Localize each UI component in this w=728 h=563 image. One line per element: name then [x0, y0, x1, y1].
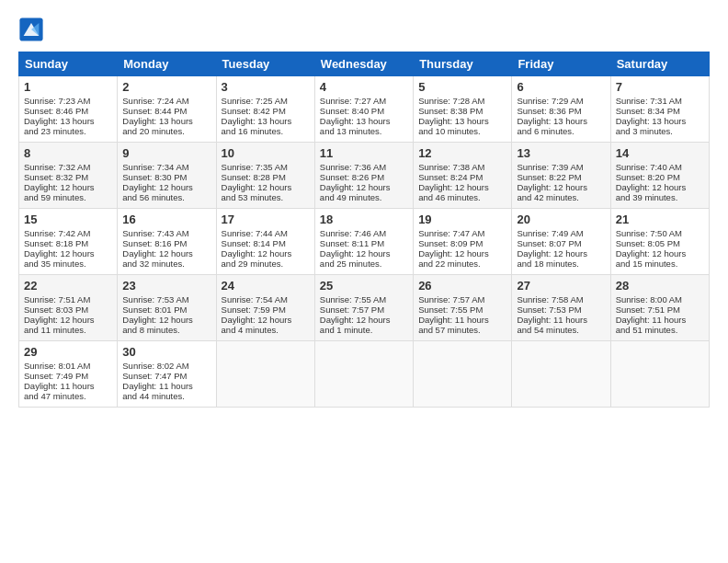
col-header-tuesday: Tuesday	[216, 52, 314, 76]
cell-info-line: Daylight: 12 hours	[222, 182, 310, 192]
cell-info-line: Sunset: 8:07 PM	[517, 238, 605, 248]
cell-info-line: Sunset: 8:30 PM	[122, 172, 210, 182]
cell-info-line: Sunset: 8:16 PM	[122, 238, 210, 248]
col-header-wednesday: Wednesday	[314, 52, 413, 76]
cell-info-line: and 39 minutes.	[616, 192, 704, 202]
cell-info-line: Daylight: 11 hours	[517, 315, 605, 325]
cell-info-line: Sunset: 8:05 PM	[616, 238, 704, 248]
cell-info-line: Sunset: 7:51 PM	[616, 304, 704, 315]
cell-info-line: Sunset: 8:01 PM	[122, 304, 210, 315]
cell-info-line: and 42 minutes.	[517, 192, 605, 202]
calendar-cell: 17Sunrise: 7:44 AMSunset: 8:14 PMDayligh…	[216, 209, 314, 275]
cell-info-line: Sunset: 8:44 PM	[122, 106, 210, 116]
day-number: 4	[320, 80, 408, 94]
cell-info-line: and 49 minutes.	[320, 192, 408, 202]
cell-info-line: and 1 minute.	[320, 325, 408, 335]
cell-info-line: Sunset: 8:22 PM	[517, 172, 605, 182]
cell-info-line: Sunrise: 8:02 AM	[122, 361, 210, 371]
cell-info-line: and 6 minutes.	[517, 126, 605, 136]
calendar-cell: 25Sunrise: 7:55 AMSunset: 7:57 PMDayligh…	[314, 275, 413, 341]
cell-info-line: and 18 minutes.	[517, 259, 605, 269]
day-number: 25	[320, 279, 408, 293]
cell-info-line: Daylight: 13 hours	[24, 116, 112, 126]
cell-info-line: Sunrise: 7:51 AM	[24, 294, 112, 304]
cell-info-line: Sunrise: 7:40 AM	[616, 162, 704, 172]
cell-info-line: Sunset: 8:18 PM	[24, 238, 112, 248]
calendar-cell: 21Sunrise: 7:50 AMSunset: 8:05 PMDayligh…	[610, 209, 709, 275]
day-number: 5	[418, 80, 506, 94]
day-number: 22	[24, 279, 112, 293]
cell-info-line: and 22 minutes.	[418, 259, 506, 269]
header	[18, 17, 710, 42]
day-number: 19	[418, 213, 506, 226]
day-number: 14	[616, 146, 704, 160]
calendar-table: SundayMondayTuesdayWednesdayThursdayFrid…	[18, 52, 710, 408]
day-number: 23	[122, 279, 210, 293]
day-number: 15	[24, 213, 112, 226]
calendar-cell: 1Sunrise: 7:23 AMSunset: 8:46 PMDaylight…	[19, 76, 118, 143]
col-header-monday: Monday	[118, 52, 216, 76]
calendar-cell: 27Sunrise: 7:58 AMSunset: 7:53 PMDayligh…	[512, 275, 610, 341]
cell-info-line: Sunrise: 7:34 AM	[122, 162, 210, 172]
cell-info-line: Sunrise: 7:28 AM	[418, 96, 506, 106]
calendar-cell: 28Sunrise: 8:00 AMSunset: 7:51 PMDayligh…	[610, 275, 709, 341]
day-number: 30	[122, 345, 210, 359]
day-number: 13	[517, 146, 605, 160]
cell-info-line: Sunset: 7:49 PM	[24, 371, 112, 381]
cell-info-line: Sunset: 8:11 PM	[320, 238, 408, 248]
cell-info-line: Sunrise: 7:47 AM	[418, 228, 506, 238]
cell-info-line: Daylight: 13 hours	[320, 116, 408, 126]
day-number: 9	[122, 146, 210, 160]
cell-info-line: Daylight: 12 hours	[616, 248, 704, 259]
day-number: 3	[222, 80, 310, 94]
calendar-cell: 8Sunrise: 7:32 AMSunset: 8:32 PMDaylight…	[19, 143, 118, 209]
cell-info-line: Daylight: 13 hours	[222, 116, 310, 126]
cell-info-line: Sunrise: 7:32 AM	[24, 162, 112, 172]
calendar-cell: 15Sunrise: 7:42 AMSunset: 8:18 PMDayligh…	[19, 209, 118, 275]
calendar-cell: 29Sunrise: 8:01 AMSunset: 7:49 PMDayligh…	[19, 341, 118, 408]
cell-info-line: Sunset: 7:47 PM	[122, 371, 210, 381]
cell-info-line: Sunset: 7:59 PM	[222, 304, 310, 315]
calendar-cell: 11Sunrise: 7:36 AMSunset: 8:26 PMDayligh…	[314, 143, 413, 209]
calendar-cell: 16Sunrise: 7:43 AMSunset: 8:16 PMDayligh…	[118, 209, 216, 275]
calendar-cell	[314, 341, 413, 408]
calendar-cell: 26Sunrise: 7:57 AMSunset: 7:55 PMDayligh…	[414, 275, 512, 341]
calendar-week-4: 22Sunrise: 7:51 AMSunset: 8:03 PMDayligh…	[19, 275, 710, 341]
calendar-cell: 19Sunrise: 7:47 AMSunset: 8:09 PMDayligh…	[414, 209, 512, 275]
calendar-cell: 2Sunrise: 7:24 AMSunset: 8:44 PMDaylight…	[118, 76, 216, 143]
calendar-cell: 20Sunrise: 7:49 AMSunset: 8:07 PMDayligh…	[512, 209, 610, 275]
cell-info-line: and 20 minutes.	[122, 126, 210, 136]
cell-info-line: Daylight: 13 hours	[517, 116, 605, 126]
cell-info-line: and 59 minutes.	[24, 192, 112, 202]
cell-info-line: and 51 minutes.	[616, 325, 704, 335]
calendar-cell: 13Sunrise: 7:39 AMSunset: 8:22 PMDayligh…	[512, 143, 610, 209]
cell-info-line: Sunrise: 7:55 AM	[320, 294, 408, 304]
cell-info-line: and 44 minutes.	[122, 391, 210, 401]
cell-info-line: Sunrise: 7:43 AM	[122, 228, 210, 238]
cell-info-line: Sunset: 8:34 PM	[616, 106, 704, 116]
day-number: 12	[418, 146, 506, 160]
cell-info-line: Sunset: 8:26 PM	[320, 172, 408, 182]
calendar-cell	[414, 341, 512, 408]
logo	[18, 17, 48, 42]
cell-info-line: Sunset: 8:40 PM	[320, 106, 408, 116]
cell-info-line: Daylight: 12 hours	[320, 182, 408, 192]
cell-info-line: Sunset: 8:09 PM	[418, 238, 506, 248]
cell-info-line: Daylight: 11 hours	[418, 315, 506, 325]
cell-info-line: Daylight: 12 hours	[320, 248, 408, 259]
calendar-cell	[610, 341, 709, 408]
cell-info-line: Sunrise: 7:36 AM	[320, 162, 408, 172]
calendar-week-5: 29Sunrise: 8:01 AMSunset: 7:49 PMDayligh…	[19, 341, 710, 408]
cell-info-line: Sunset: 8:46 PM	[24, 106, 112, 116]
cell-info-line: and 16 minutes.	[222, 126, 310, 136]
cell-info-line: and 46 minutes.	[418, 192, 506, 202]
calendar-cell: 30Sunrise: 8:02 AMSunset: 7:47 PMDayligh…	[118, 341, 216, 408]
cell-info-line: and 10 minutes.	[418, 126, 506, 136]
cell-info-line: Daylight: 13 hours	[418, 116, 506, 126]
cell-info-line: Daylight: 13 hours	[122, 116, 210, 126]
cell-info-line: Daylight: 12 hours	[517, 248, 605, 259]
calendar-week-3: 15Sunrise: 7:42 AMSunset: 8:18 PMDayligh…	[19, 209, 710, 275]
cell-info-line: Sunrise: 7:58 AM	[517, 294, 605, 304]
day-number: 26	[418, 279, 506, 293]
calendar-cell: 10Sunrise: 7:35 AMSunset: 8:28 PMDayligh…	[216, 143, 314, 209]
